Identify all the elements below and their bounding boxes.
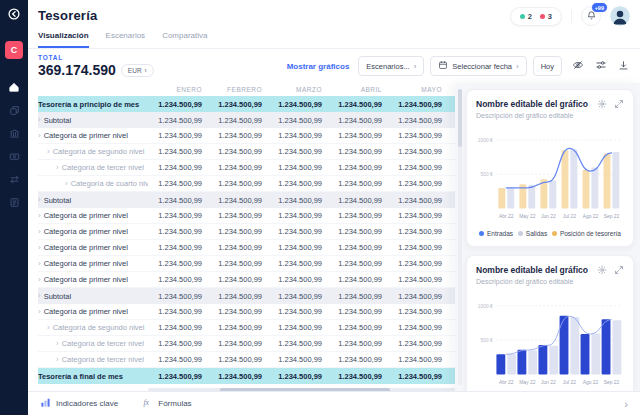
tab-visualizacion[interactable]: Visualización xyxy=(38,31,89,48)
cell-value[interactable]: 1.234.500,99 xyxy=(388,292,448,301)
currency-selector[interactable]: EUR › xyxy=(121,64,154,77)
cell-value[interactable]: 1.234.500,99 xyxy=(328,147,388,156)
cell-value[interactable]: 1.234.500,99 xyxy=(148,227,208,236)
row-label[interactable]: ›Categoría de segundo nivel xyxy=(38,323,148,332)
row-label[interactable]: ›Categoría de primer nivel xyxy=(38,227,148,236)
key-indicators-button[interactable]: Indicadores clave xyxy=(40,397,118,410)
expand-chevron-icon[interactable]: › xyxy=(56,164,59,172)
cell-value[interactable]: 1.234.500,99 xyxy=(328,131,388,140)
cell-value[interactable]: 1.234.500,99 xyxy=(148,243,208,252)
combo-chart[interactable]: 500 €1000 €Abr 22May 22Jun 22Jul 22Ago 2… xyxy=(476,289,624,389)
cash-icon[interactable] xyxy=(6,148,22,164)
expand-chevron-icon[interactable]: › xyxy=(38,244,41,252)
cell-value[interactable]: 1.234.500,99 xyxy=(388,179,448,188)
accounts-icon[interactable] xyxy=(6,102,22,118)
cell-value[interactable]: 1.234.500,99 xyxy=(148,275,208,284)
date-picker-button[interactable]: Seleccionar fecha › xyxy=(430,56,526,76)
expand-chevron-icon[interactable]: › xyxy=(38,228,41,236)
legend-item[interactable]: Salidas xyxy=(518,230,547,237)
cell-value[interactable]: 1.234.500,99 xyxy=(268,307,328,316)
reports-icon[interactable] xyxy=(6,194,22,210)
cell-value[interactable]: 1.234.500,99 xyxy=(328,163,388,172)
cell-value[interactable]: 1.234.500,99 xyxy=(208,179,268,188)
chart-settings-button[interactable] xyxy=(597,99,607,109)
cell-value[interactable]: 1.234.500,99 xyxy=(328,259,388,268)
cell-value[interactable]: 1.234.500,99 xyxy=(388,131,448,140)
cell-value[interactable]: 1.234.500,99 xyxy=(148,131,208,140)
cell-value[interactable]: 1.234.500,99 xyxy=(148,116,208,125)
cell-value[interactable]: 1.234.500,99 xyxy=(148,372,208,381)
cell-value[interactable]: 1.234.500,99 xyxy=(208,131,268,140)
home-icon[interactable] xyxy=(6,79,22,95)
cell-value[interactable]: 1.234.500,99 xyxy=(268,292,328,301)
cell-value[interactable]: 1.234.500,99 xyxy=(208,227,268,236)
cell-value[interactable]: 1.234.500,99 xyxy=(388,227,448,236)
cell-value[interactable]: 1.234.500,99 xyxy=(208,100,268,109)
scrollbar-thumb[interactable] xyxy=(458,89,462,147)
cell-value[interactable]: 1.234.500,99 xyxy=(148,339,208,348)
expand-chevron-icon[interactable]: › xyxy=(38,292,41,300)
bank-icon[interactable] xyxy=(6,125,22,141)
chart-subtitle[interactable]: Descripción del gráfico editable xyxy=(476,112,588,119)
cell-value[interactable]: 1.234.500,99 xyxy=(388,100,448,109)
row-label[interactable]: ›Subtotal xyxy=(38,116,148,125)
tab-comparativa[interactable]: Comparativa xyxy=(162,31,207,48)
cell-value[interactable]: 1.234.500,99 xyxy=(268,116,328,125)
cell-value[interactable]: 1.234.500,99 xyxy=(208,292,268,301)
cell-value[interactable]: 1.234.500,99 xyxy=(268,100,328,109)
cell-value[interactable]: 1.234.500,99 xyxy=(388,211,448,220)
panel-scroll-right-button[interactable]: › xyxy=(624,398,628,410)
cell-value[interactable]: 1.234.500,99 xyxy=(148,259,208,268)
cell-value[interactable]: 1.234.500,99 xyxy=(268,339,328,348)
cell-value[interactable]: 1.234.500,99 xyxy=(148,100,208,109)
expand-chevron-icon[interactable]: › xyxy=(56,340,59,348)
cell-value[interactable]: 1.234.500,99 xyxy=(388,163,448,172)
expand-chevron-icon[interactable]: › xyxy=(47,324,50,332)
cell-value[interactable]: 1.234.500,99 xyxy=(328,292,388,301)
cell-value[interactable]: 1.234.500,99 xyxy=(388,147,448,156)
row-label[interactable]: ›Categoría de tercer nivel xyxy=(38,163,148,172)
chart-title[interactable]: Nombre editable del gráfico xyxy=(476,265,588,275)
download-button[interactable] xyxy=(617,56,630,76)
row-label[interactable]: ›Categoría de segundo nivel xyxy=(38,147,148,156)
chart-expand-button[interactable] xyxy=(614,99,624,109)
cell-value[interactable]: 1.234.500,99 xyxy=(208,163,268,172)
row-label[interactable]: ›Categoría de primer nivel xyxy=(38,307,148,316)
cell-value[interactable]: 1.234.500,99 xyxy=(388,307,448,316)
cell-value[interactable]: 1.234.500,99 xyxy=(208,147,268,156)
cell-value[interactable]: 1.234.500,99 xyxy=(388,196,448,205)
cell-value[interactable]: 1.234.500,99 xyxy=(328,211,388,220)
chart-subtitle[interactable]: Descripción del gráfico editable xyxy=(476,278,588,285)
expand-chevron-icon[interactable]: › xyxy=(65,180,68,188)
cell-value[interactable]: 1.234.500,99 xyxy=(268,196,328,205)
cell-value[interactable]: 1.234.500,99 xyxy=(268,131,328,140)
legend-item[interactable]: Posición de tesorería xyxy=(552,230,621,237)
cell-value[interactable]: 1.234.500,99 xyxy=(388,339,448,348)
cell-value[interactable]: 1.234.500,99 xyxy=(208,339,268,348)
expand-chevron-icon[interactable]: › xyxy=(38,116,41,124)
vertical-scrollbar[interactable] xyxy=(458,89,462,385)
chart-settings-button[interactable] xyxy=(597,265,607,275)
cell-value[interactable]: 1.234.500,99 xyxy=(328,100,388,109)
cell-value[interactable]: 1.234.500,99 xyxy=(208,259,268,268)
cell-value[interactable]: 1.234.500,99 xyxy=(268,179,328,188)
user-avatar[interactable] xyxy=(610,6,630,26)
chart-title[interactable]: Nombre editable del gráfico xyxy=(476,99,588,109)
cell-value[interactable]: 1.234.500,99 xyxy=(328,179,388,188)
cell-value[interactable]: 1.234.500,99 xyxy=(268,211,328,220)
row-label[interactable]: ›Categoría de primer nivel xyxy=(38,211,148,220)
row-label[interactable]: ›Subtotal xyxy=(38,196,148,205)
cell-value[interactable]: 1.234.500,99 xyxy=(268,243,328,252)
row-label[interactable]: ›Categoría de tercer nivel xyxy=(38,355,148,364)
legend-item[interactable]: Entradas xyxy=(479,230,513,237)
cell-value[interactable]: 1.234.500,99 xyxy=(148,307,208,316)
cell-value[interactable]: 1.234.500,99 xyxy=(208,275,268,284)
cell-value[interactable]: 1.234.500,99 xyxy=(388,259,448,268)
cell-value[interactable]: 1.234.500,99 xyxy=(208,307,268,316)
row-label[interactable]: ›Categoría de primer nivel xyxy=(38,259,148,268)
expand-chevron-icon[interactable]: › xyxy=(38,308,41,316)
cell-value[interactable]: 1.234.500,99 xyxy=(268,275,328,284)
cell-value[interactable]: 1.234.500,99 xyxy=(328,339,388,348)
cell-value[interactable]: 1.234.500,99 xyxy=(148,323,208,332)
cell-value[interactable]: 1.234.500,99 xyxy=(328,307,388,316)
